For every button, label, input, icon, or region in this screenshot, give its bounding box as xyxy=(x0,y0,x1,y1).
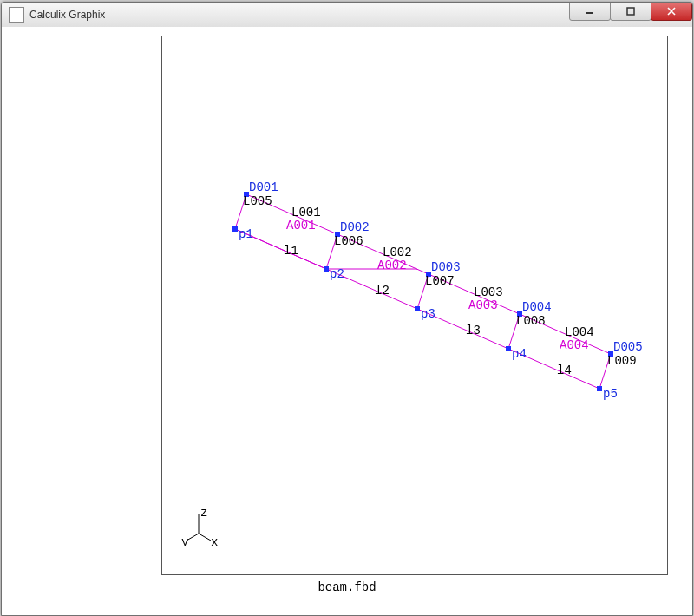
label-node-bot-1: p1 xyxy=(239,227,253,241)
label-botedge-1: l1 xyxy=(284,244,298,258)
model-canvas[interactable]: D001 D002 D003 D004 D005 L005 L006 L007 … xyxy=(162,36,667,574)
label-area-2: A002 xyxy=(377,259,407,272)
label-topedge-4: L004 xyxy=(565,325,594,339)
maximize-button[interactable] xyxy=(610,2,651,21)
label-node-top-5: D005 xyxy=(613,340,643,354)
label-botedge-4: l4 xyxy=(557,364,572,377)
label-node-bot-2: p2 xyxy=(330,267,344,281)
label-vert-1: L005 xyxy=(243,194,272,208)
label-node-top-2: D002 xyxy=(340,220,370,234)
plot-frame[interactable]: D001 D002 D003 D004 D005 L005 L006 L007 … xyxy=(161,36,668,575)
minimize-button[interactable] xyxy=(569,2,611,21)
label-vert-2: L006 xyxy=(334,234,363,248)
label-node-top-3: D003 xyxy=(431,260,461,274)
app-icon xyxy=(9,7,24,23)
close-icon xyxy=(667,7,676,16)
label-node-top-1: D001 xyxy=(249,180,278,194)
svg-rect-1 xyxy=(627,8,634,15)
window-title: Calculix Graphix xyxy=(29,9,570,21)
label-node-bot-5: p5 xyxy=(603,387,618,401)
svg-line-8 xyxy=(199,534,211,541)
app-window: Calculix Graphix xyxy=(1,2,693,616)
node-bot-2[interactable] xyxy=(324,266,329,272)
label-topedge-1: L001 xyxy=(291,206,321,220)
label-topedge-2: L002 xyxy=(383,246,412,259)
axis-x-label: x xyxy=(211,535,218,546)
node-bot-4[interactable] xyxy=(506,346,511,351)
label-area-3: A003 xyxy=(468,298,498,312)
label-node-top-4: D004 xyxy=(522,300,552,314)
label-botedge-2: l3 xyxy=(466,324,481,337)
label-area-4: A004 xyxy=(560,338,589,352)
label-vert-5: L009 xyxy=(607,354,637,368)
label-node-bot-4: p4 xyxy=(512,347,527,361)
minimize-icon xyxy=(586,7,594,16)
label-vert-3: L007 xyxy=(425,274,455,288)
client-area: D001 D002 D003 D004 D005 L005 L006 L007 … xyxy=(2,27,692,615)
axis-indicator: z y x xyxy=(181,508,225,548)
titlebar[interactable]: Calculix Graphix xyxy=(2,3,692,28)
label-node-bot-3: p3 xyxy=(421,307,435,321)
node-bot-3[interactable] xyxy=(415,306,420,311)
label-vert-4: L008 xyxy=(516,314,546,328)
filename-label: beam.fbd xyxy=(2,580,692,594)
axis-z-label: z xyxy=(200,508,207,520)
axis-y-label: y xyxy=(181,535,188,546)
label-area-1: A001 xyxy=(286,219,316,233)
close-button[interactable] xyxy=(651,2,692,21)
label-topedge-3: L003 xyxy=(474,285,503,299)
node-bot-1[interactable] xyxy=(232,226,238,232)
label-botedge-2: l2 xyxy=(375,284,390,298)
maximize-icon xyxy=(626,7,635,16)
node-bot-5[interactable] xyxy=(597,386,602,391)
